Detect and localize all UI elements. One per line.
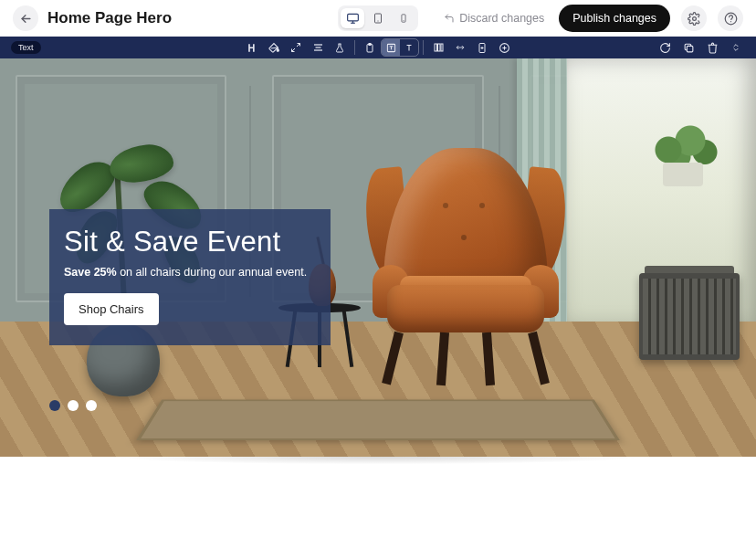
hero-subline-rest: on all chairs during our annual event. bbox=[117, 266, 307, 279]
refresh-icon bbox=[659, 42, 671, 54]
element-toolbar: Text bbox=[0, 37, 756, 58]
desktop-icon bbox=[346, 12, 360, 25]
heading-tool[interactable] bbox=[241, 38, 263, 57]
device-mobile-button[interactable] bbox=[392, 8, 415, 28]
slide-indicator bbox=[49, 400, 97, 411]
element-type-chip: Text bbox=[11, 41, 41, 54]
sort-icon bbox=[731, 41, 740, 54]
test-tool[interactable] bbox=[329, 38, 351, 57]
mobile-settings-tool[interactable] bbox=[471, 38, 493, 57]
svg-line-11 bbox=[297, 44, 300, 47]
toolbar-separator bbox=[423, 40, 424, 55]
text-object-toggle bbox=[381, 38, 419, 57]
clipboard-icon bbox=[364, 42, 375, 54]
discard-changes-button[interactable]: Discard changes bbox=[435, 6, 553, 30]
svg-rect-6 bbox=[402, 15, 405, 22]
hero-chair-illustration bbox=[356, 148, 575, 385]
slide-dot-1[interactable] bbox=[49, 400, 60, 411]
toolbar-separator bbox=[354, 40, 355, 55]
width-tool[interactable] bbox=[449, 38, 471, 57]
expand-icon bbox=[290, 42, 301, 53]
paint-bucket-icon bbox=[268, 42, 280, 54]
columns-icon bbox=[433, 42, 445, 53]
paste-style-tool[interactable] bbox=[359, 38, 381, 57]
svg-rect-29 bbox=[687, 46, 693, 52]
slide-dot-2[interactable] bbox=[68, 400, 79, 411]
text-box-icon bbox=[386, 43, 396, 53]
publish-button[interactable]: Publish changes bbox=[559, 5, 670, 32]
text-icon bbox=[404, 43, 414, 53]
tablet-icon bbox=[373, 12, 383, 25]
mobile-icon bbox=[399, 12, 408, 25]
phone-plus-icon bbox=[477, 42, 488, 54]
toolbar-right-tools bbox=[654, 38, 747, 57]
resize-tool[interactable] bbox=[285, 38, 307, 57]
help-icon bbox=[724, 12, 738, 26]
heading-icon bbox=[247, 42, 258, 54]
svg-line-12 bbox=[292, 48, 296, 52]
slide-dot-3[interactable] bbox=[86, 400, 97, 411]
device-preview-toggle bbox=[338, 5, 418, 31]
svg-rect-20 bbox=[437, 44, 440, 51]
refresh-tool[interactable] bbox=[654, 38, 676, 57]
copy-icon bbox=[683, 42, 695, 54]
device-desktop-button[interactable] bbox=[341, 8, 364, 28]
hero-cta-button[interactable]: Shop Chairs bbox=[64, 293, 159, 325]
svg-rect-1 bbox=[347, 14, 358, 21]
delete-tool[interactable] bbox=[701, 38, 723, 57]
align-icon bbox=[312, 42, 324, 53]
back-button[interactable] bbox=[13, 5, 38, 31]
arrow-left-icon bbox=[19, 12, 33, 26]
help-button[interactable] bbox=[718, 5, 743, 31]
align-tool[interactable] bbox=[307, 38, 329, 57]
discard-changes-label: Discard changes bbox=[459, 12, 544, 25]
duplicate-tool[interactable] bbox=[677, 38, 699, 57]
plus-circle-icon bbox=[499, 42, 510, 54]
svg-rect-19 bbox=[435, 44, 437, 51]
trash-icon bbox=[707, 42, 719, 54]
hero-canvas[interactable]: Sit & Save Event Save 25% on all chairs … bbox=[0, 58, 756, 457]
hero-headline[interactable]: Sit & Save Event bbox=[64, 226, 316, 258]
toolbar-center-tools bbox=[241, 38, 515, 57]
hero-subline[interactable]: Save 25% on all chairs during our annual… bbox=[64, 266, 316, 279]
flask-icon bbox=[334, 42, 345, 54]
device-tablet-button[interactable] bbox=[366, 8, 390, 28]
width-icon bbox=[454, 43, 467, 52]
svg-point-8 bbox=[692, 16, 696, 20]
page-title: Home Page Hero bbox=[47, 9, 172, 27]
fill-tool[interactable] bbox=[263, 38, 285, 57]
undo-icon bbox=[444, 13, 455, 24]
svg-rect-21 bbox=[441, 44, 443, 51]
hero-overlay-card[interactable]: Sit & Save Event Save 25% on all chairs … bbox=[49, 209, 331, 345]
hero-subline-bold: Save 25% bbox=[64, 266, 117, 279]
reorder-tool[interactable] bbox=[725, 38, 747, 57]
gear-icon bbox=[688, 12, 701, 26]
add-tool[interactable] bbox=[493, 38, 515, 57]
columns-tool[interactable] bbox=[427, 38, 449, 57]
editor-header: Home Page Hero Discard changes Publish c… bbox=[0, 0, 756, 37]
canvas-shadow bbox=[0, 457, 756, 479]
text-object-a-button[interactable] bbox=[382, 39, 400, 56]
settings-button[interactable] bbox=[681, 5, 707, 31]
text-object-b-button[interactable] bbox=[400, 39, 418, 56]
